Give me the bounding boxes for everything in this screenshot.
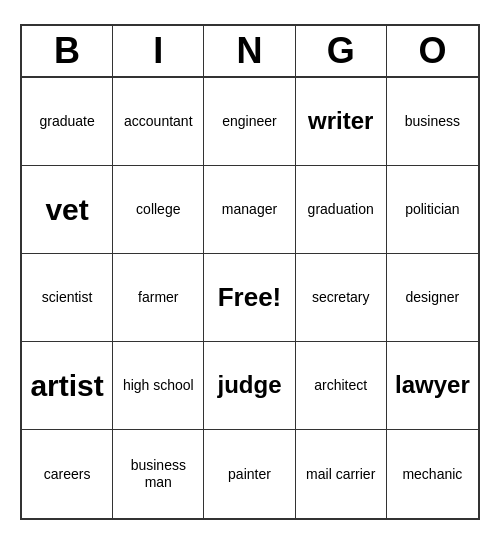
header-letter: G — [296, 26, 387, 76]
cell-label: designer — [406, 289, 460, 306]
cell-label: business — [405, 113, 460, 130]
bingo-cell: business — [387, 78, 478, 166]
header-letter: B — [22, 26, 113, 76]
cell-label: farmer — [138, 289, 178, 306]
bingo-cell: scientist — [22, 254, 113, 342]
cell-label: mail carrier — [306, 466, 375, 483]
cell-label: vet — [45, 192, 88, 228]
bingo-cell: engineer — [204, 78, 295, 166]
cell-label: engineer — [222, 113, 277, 130]
bingo-cell: manager — [204, 166, 295, 254]
bingo-cell: painter — [204, 430, 295, 518]
bingo-cell: business man — [113, 430, 204, 518]
bingo-card: BINGO graduateaccountantengineerwriterbu… — [20, 24, 480, 520]
bingo-cell: writer — [296, 78, 387, 166]
cell-label: writer — [308, 107, 373, 136]
cell-label: graduate — [39, 113, 94, 130]
cell-label: manager — [222, 201, 277, 218]
bingo-cell: judge — [204, 342, 295, 430]
bingo-cell: graduation — [296, 166, 387, 254]
cell-label: lawyer — [395, 371, 470, 400]
bingo-cell: graduate — [22, 78, 113, 166]
header-letter: I — [113, 26, 204, 76]
cell-label: artist — [30, 368, 103, 404]
cell-label: architect — [314, 377, 367, 394]
cell-label: Free! — [218, 282, 282, 313]
cell-label: college — [136, 201, 180, 218]
cell-label: painter — [228, 466, 271, 483]
bingo-cell: college — [113, 166, 204, 254]
bingo-cell: careers — [22, 430, 113, 518]
cell-label: politician — [405, 201, 459, 218]
bingo-cell: architect — [296, 342, 387, 430]
bingo-cell: mail carrier — [296, 430, 387, 518]
bingo-cell: Free! — [204, 254, 295, 342]
bingo-cell: politician — [387, 166, 478, 254]
bingo-header: BINGO — [22, 26, 478, 78]
bingo-cell: vet — [22, 166, 113, 254]
bingo-cell: lawyer — [387, 342, 478, 430]
bingo-cell: accountant — [113, 78, 204, 166]
bingo-cell: high school — [113, 342, 204, 430]
header-letter: N — [204, 26, 295, 76]
cell-label: graduation — [308, 201, 374, 218]
cell-label: business man — [117, 457, 199, 491]
bingo-cell: farmer — [113, 254, 204, 342]
bingo-cell: secretary — [296, 254, 387, 342]
cell-label: high school — [123, 377, 194, 394]
bingo-cell: designer — [387, 254, 478, 342]
bingo-grid: graduateaccountantengineerwriterbusiness… — [22, 78, 478, 518]
header-letter: O — [387, 26, 478, 76]
cell-label: scientist — [42, 289, 93, 306]
cell-label: mechanic — [402, 466, 462, 483]
cell-label: secretary — [312, 289, 370, 306]
cell-label: careers — [44, 466, 91, 483]
cell-label: accountant — [124, 113, 193, 130]
bingo-cell: mechanic — [387, 430, 478, 518]
bingo-cell: artist — [22, 342, 113, 430]
cell-label: judge — [217, 371, 281, 400]
